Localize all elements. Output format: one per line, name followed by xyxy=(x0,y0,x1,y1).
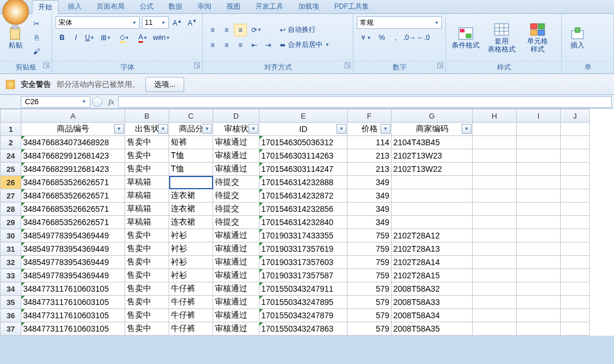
cell[interactable]: 售卖中 xyxy=(125,229,169,242)
cell[interactable]: 审核通过 xyxy=(213,256,260,269)
cell[interactable] xyxy=(517,322,561,336)
cell[interactable]: 衬衫 xyxy=(169,242,213,256)
cell[interactable]: 2102T13W23 xyxy=(392,149,473,163)
conditional-format-button[interactable]: 条件格式 xyxy=(449,17,482,58)
cell[interactable] xyxy=(517,229,561,242)
cell[interactable] xyxy=(561,296,590,309)
cell[interactable] xyxy=(517,216,561,229)
cell[interactable] xyxy=(517,149,561,163)
filter-button[interactable]: ▼ xyxy=(114,124,124,134)
cell[interactable]: 349 xyxy=(348,189,392,203)
col-header-A[interactable]: A xyxy=(21,109,125,123)
cell[interactable]: 2102T28A15 xyxy=(392,269,473,282)
cell[interactable]: 2102T13W22 xyxy=(392,163,473,176)
cell[interactable] xyxy=(561,136,590,149)
row-header[interactable]: 37 xyxy=(1,322,21,336)
cell[interactable] xyxy=(561,309,590,322)
cell[interactable] xyxy=(473,296,517,309)
cell[interactable]: 759 xyxy=(348,256,392,269)
cell[interactable]: 3485497783954369449 xyxy=(21,242,125,256)
cell[interactable]: 3485497783954369449 xyxy=(21,256,125,269)
dialog-launcher[interactable]: ↘ xyxy=(437,62,443,68)
fill-color-button[interactable]: ◇▼ xyxy=(116,31,133,44)
tab-PDF工具集[interactable]: PDF工具集 xyxy=(328,0,375,13)
cell[interactable] xyxy=(561,149,590,163)
cell[interactable]: 3484773117610603105 xyxy=(21,322,125,336)
cell[interactable] xyxy=(473,309,517,322)
row-header[interactable]: 31 xyxy=(1,242,21,256)
cell[interactable]: 3485497783954369449 xyxy=(21,229,125,242)
row-header[interactable]: 33 xyxy=(1,269,21,282)
cell[interactable]: 2102T28A12 xyxy=(392,229,473,242)
cell[interactable]: 579 xyxy=(348,282,392,296)
table-header[interactable]: 商家编码▼ xyxy=(392,123,473,136)
italic-button[interactable]: I xyxy=(70,31,82,44)
cell[interactable] xyxy=(473,229,517,242)
cell[interactable]: 3484766853526626571 xyxy=(21,176,125,189)
merge-center-button[interactable]: ⬌合并后居中▼ xyxy=(279,39,343,52)
tab-开发工具[interactable]: 开发工具 xyxy=(250,0,289,13)
cell[interactable]: 3484766853526626571 xyxy=(21,203,125,216)
worksheet-grid[interactable]: ABCDEFGHIJ1商品编号▼出售状▼商品分▼审核状▼ID▼价格▼商家编码▼2… xyxy=(0,109,614,336)
cell[interactable]: 3484766829912681423 xyxy=(21,149,125,163)
cell[interactable]: 3484766853526626571 xyxy=(21,189,125,203)
align-middle-button[interactable]: ≡ xyxy=(220,24,233,36)
row-header[interactable]: 29 xyxy=(1,216,21,229)
row-header[interactable]: 28 xyxy=(1,203,21,216)
cell[interactable] xyxy=(561,269,590,282)
table-header[interactable]: 商品分▼ xyxy=(169,123,213,136)
dialog-launcher[interactable]: ↘ xyxy=(43,62,49,68)
cell[interactable]: 1701903317357603 xyxy=(260,256,348,269)
cell[interactable]: 售卖中 xyxy=(125,256,169,269)
tab-审阅[interactable]: 审阅 xyxy=(192,0,217,13)
inc-indent-button[interactable]: ⇥ xyxy=(262,39,275,52)
cell[interactable]: 2008T58A35 xyxy=(392,322,473,336)
cell[interactable] xyxy=(169,176,213,189)
cell[interactable] xyxy=(473,256,517,269)
table-header[interactable] xyxy=(561,123,590,136)
cell[interactable]: 草稿箱 xyxy=(125,176,169,189)
cell[interactable]: 牛仔裤 xyxy=(169,322,213,336)
cell[interactable]: 审核通过 xyxy=(213,309,260,322)
cell[interactable]: 牛仔裤 xyxy=(169,282,213,296)
insert-cells-button[interactable]: 插入 xyxy=(565,17,590,58)
cell[interactable]: 售卖中 xyxy=(125,309,169,322)
font-size-combo[interactable]: 11▼ xyxy=(142,16,169,29)
row-header[interactable]: 24 xyxy=(1,149,21,163)
col-header-F[interactable]: F xyxy=(348,109,392,123)
tab-数据[interactable]: 数据 xyxy=(163,0,188,13)
cell[interactable]: 审核通过 xyxy=(213,136,260,149)
cell[interactable] xyxy=(392,216,473,229)
filter-button[interactable]: ▼ xyxy=(202,124,212,134)
cell[interactable] xyxy=(517,203,561,216)
cell[interactable]: 草稿箱 xyxy=(125,203,169,216)
cell[interactable] xyxy=(517,242,561,256)
copy-button[interactable]: ⎘ xyxy=(30,31,43,44)
dec-decimal-button[interactable]: ←.0 xyxy=(417,31,430,44)
inc-decimal-button[interactable]: .0→ xyxy=(403,31,416,44)
font-name-combo[interactable]: 宋体▼ xyxy=(56,16,140,29)
cell[interactable]: 1701546305036312 xyxy=(260,136,348,149)
cell[interactable]: 售卖中 xyxy=(125,296,169,309)
row-header[interactable]: 25 xyxy=(1,163,21,176)
filter-button[interactable]: ▼ xyxy=(158,124,168,134)
col-header-G[interactable]: G xyxy=(392,109,473,123)
cell[interactable]: 2102T28A13 xyxy=(392,242,473,256)
tab-加载项[interactable]: 加载项 xyxy=(293,0,325,13)
cell[interactable]: 213 xyxy=(348,149,392,163)
align-top-button[interactable]: ≡ xyxy=(206,24,219,36)
cell[interactable]: 1701903317357587 xyxy=(260,269,348,282)
cell[interactable]: 审核通过 xyxy=(213,229,260,242)
cell[interactable] xyxy=(561,322,590,336)
cell[interactable] xyxy=(561,242,590,256)
row-header[interactable]: 36 xyxy=(1,309,21,322)
filter-button[interactable]: ▼ xyxy=(381,124,390,134)
col-header-C[interactable]: C xyxy=(169,109,213,123)
select-all-corner[interactable] xyxy=(1,109,21,123)
cell[interactable] xyxy=(517,189,561,203)
cell[interactable]: 579 xyxy=(348,296,392,309)
table-header[interactable]: 商品编号▼ xyxy=(21,123,125,136)
cell[interactable]: 213 xyxy=(348,163,392,176)
cell[interactable] xyxy=(517,309,561,322)
cell[interactable] xyxy=(473,189,517,203)
